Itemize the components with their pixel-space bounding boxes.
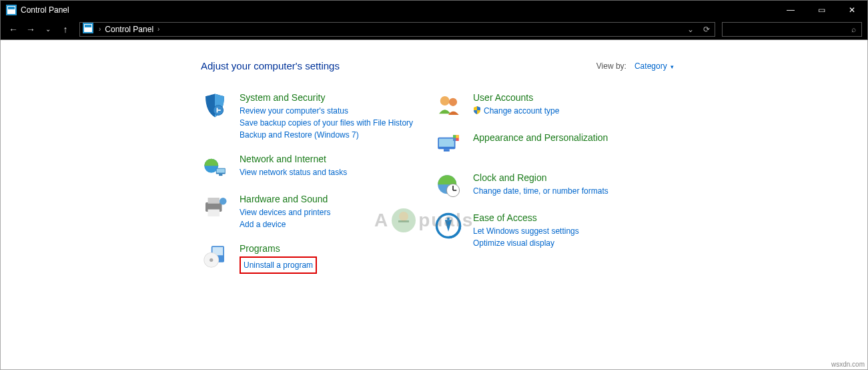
control-panel-app-icon [6,5,17,15]
svg-point-22 [440,96,450,106]
page-title: Adjust your computer's settings [201,60,340,71]
category-link[interactable]: Backup and Restore (Windows 7) [240,129,413,141]
titlebar: Control Panel — ▭ ✕ [0,0,868,19]
view-by-label: View by: [596,61,626,71]
history-dropdown-icon[interactable]: ⌄ [41,25,55,33]
navbar: ← → ⌄ ↑ › Control Panel › ⌄ ⟳ ⌕ [0,19,868,40]
category-title[interactable]: Hardware and Sound [240,193,331,205]
category-title[interactable]: Appearance and Personalization [473,132,608,144]
chevron-down-icon: ▾ [671,63,674,70]
category-title[interactable]: Programs [240,242,317,254]
uac-shield-icon [473,106,481,118]
category-link[interactable]: Change date, time, or number formats [473,185,608,197]
control-panel-mini-icon [83,23,93,35]
address-dropdown-icon[interactable]: ⌄ [683,25,699,34]
svg-rect-28 [453,135,456,138]
category-link[interactable]: Change account type [473,105,559,118]
category-link[interactable]: Optimize visual display [473,237,579,249]
category-hardware-sound: Hardware and Sound View devices and prin… [201,193,434,230]
category-title[interactable]: Network and Internet [240,153,347,165]
content-area: Adjust your computer's settings View by:… [0,40,868,370]
svg-rect-2 [8,7,15,9]
category-link[interactable]: View network status and tasks [240,166,347,178]
svg-rect-14 [208,198,220,204]
category-ease-of-access: Ease of Access Let Windows suggest setti… [434,212,668,249]
category-appearance-personalization: Appearance and Personalization [434,132,668,160]
disc-box-icon[interactable] [201,242,229,270]
category-title[interactable]: Clock and Region [473,172,608,184]
category-title[interactable]: Ease of Access [473,212,579,224]
view-by-control[interactable]: View by: Category ▾ [596,61,674,71]
svg-rect-8 [218,110,220,111]
uninstall-program-link[interactable]: Uninstall a program [244,260,313,270]
forward-button[interactable]: → [23,24,38,35]
category-link[interactable]: Add a device [240,218,331,230]
category-system-security: System and Security Review your computer… [201,91,434,141]
globe-network-icon[interactable] [201,153,229,181]
back-button[interactable]: ← [6,24,21,35]
view-by-value: Category [634,61,667,71]
clock-globe-icon[interactable] [434,172,462,200]
address-bar[interactable]: › Control Panel › ⌄ ⟳ [79,22,715,37]
ease-of-access-icon[interactable] [434,212,462,240]
svg-point-23 [449,98,457,106]
svg-rect-30 [453,138,456,141]
svg-rect-12 [219,174,222,176]
category-link[interactable]: Save backup copies of your files with Fi… [240,117,413,129]
svg-rect-11 [217,169,225,173]
svg-rect-25 [439,139,454,147]
svg-point-16 [220,198,227,205]
breadcrumb-chevron-icon[interactable]: › [156,25,161,33]
svg-rect-7 [217,108,218,113]
maximize-button[interactable]: ▭ [806,1,837,19]
search-icon: ⌕ [851,25,856,34]
shield-icon[interactable] [201,91,229,120]
category-clock-region: Clock and Region Change date, time, or n… [434,172,668,200]
close-button[interactable]: ✕ [837,1,867,19]
category-column-right: User Accounts Change account type [434,91,668,286]
users-icon[interactable] [434,91,462,120]
svg-point-21 [209,258,213,262]
svg-rect-15 [208,210,220,217]
svg-rect-29 [456,135,458,138]
category-user-accounts: User Accounts Change account type [434,91,668,120]
category-link[interactable]: View devices and printers [240,206,331,218]
category-programs: Programs Uninstall a program [201,242,434,273]
up-button[interactable]: ↑ [58,24,73,35]
minimize-button[interactable]: — [775,1,806,19]
window-title: Control Panel [21,5,69,15]
refresh-button[interactable]: ⟳ [699,25,715,34]
monitor-palette-icon[interactable] [434,132,462,160]
category-link[interactable]: Review your computer's status [240,105,413,117]
breadcrumb-item[interactable]: Control Panel [102,25,156,34]
search-input[interactable]: ⌕ [722,22,862,37]
breadcrumb-chevron-icon[interactable]: › [97,25,102,33]
category-link[interactable]: Let Windows suggest settings [473,225,579,237]
source-tag: wsxdn.com [831,361,865,368]
category-column-left: System and Security Review your computer… [201,91,434,286]
category-title[interactable]: User Accounts [473,91,559,104]
svg-rect-5 [85,25,91,27]
category-network-internet: Network and Internet View network status… [201,153,434,181]
highlighted-link: Uninstall a program [240,256,317,274]
svg-rect-26 [444,149,450,152]
category-title[interactable]: System and Security [240,91,413,104]
printer-icon[interactable] [201,193,229,221]
